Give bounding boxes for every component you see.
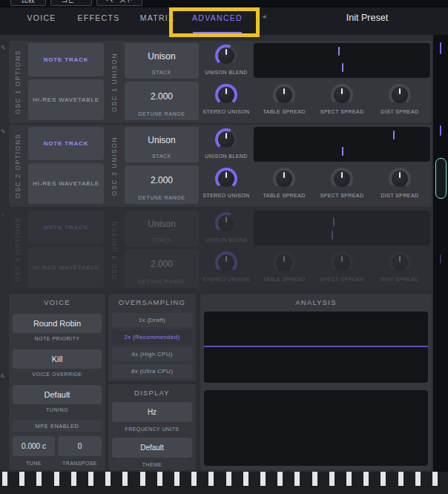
display-panel-title: DISPLAY	[108, 389, 196, 397]
tuning-label: TUNING	[9, 407, 105, 412]
copy-button[interactable]: コピー	[50, 0, 92, 6]
osc1-advanced-row: OSC 1 OPTIONS NOTE TRACK HI-RES WAVETABL…	[9, 41, 432, 123]
stereo-unison-knob[interactable]	[215, 84, 237, 106]
oversampling-panel-title: OVERSAMPLING	[108, 298, 196, 306]
stack-label: STACK	[152, 70, 171, 75]
mpe-enabled-toggle[interactable]: MPE ENABLED	[13, 420, 102, 432]
osc3-stack-selector[interactable]: Unison STACK	[125, 211, 199, 246]
paste-button[interactable]: ペースト	[96, 0, 142, 6]
osc3-advanced-row: OSC 3 OPTIONS NOTE TRACK HI-RES WAVETABL…	[9, 208, 432, 291]
voice-override-label: VOICE OVERRIDE	[9, 372, 105, 377]
right-minimap-rail	[433, 35, 448, 472]
spect-spread-knob[interactable]	[331, 168, 353, 190]
left-rail-clipped-text: IL	[1, 373, 5, 378]
osc1-hires-wavetable-button[interactable]: HI-RES WAVETABLE	[28, 79, 104, 120]
edit-icon[interactable]: ✎	[1, 45, 6, 51]
osc2-stack-selector[interactable]: Unison STACK	[125, 127, 199, 162]
osc2-note-track-button[interactable]: NOTE TRACK	[28, 127, 104, 160]
stereo-unison-label: STEREO UNISON	[197, 193, 256, 198]
osc1-options-label: OSC 1 OPTIONS	[10, 41, 25, 123]
detune-label: DETUNE RANGE	[139, 111, 185, 116]
table-spread-label: TABLE SPREAD	[254, 193, 314, 198]
osc2-detune-range-field[interactable]: 2.000 DETUNE RANGE	[125, 165, 199, 204]
tuning-selector[interactable]: Default	[13, 385, 102, 404]
edit-icon[interactable]: ✎	[1, 128, 6, 135]
frequency-units-label: FREQUENCY UNITS	[112, 427, 192, 432]
voice-panel-title: VOICE	[9, 298, 105, 306]
spectrum-display	[204, 390, 428, 466]
oversampling-option-8x[interactable]: 8x (Ultra CPU)	[112, 364, 192, 378]
preset-name[interactable]: Init Preset	[312, 10, 423, 25]
table-spread-label: TABLE SPREAD	[254, 109, 314, 114]
detune-value: 2.000	[151, 259, 173, 269]
minimap-marker	[440, 125, 441, 136]
osc2-hires-wavetable-button[interactable]: HI-RES WAVETABLE	[28, 163, 104, 204]
tune-control: 0.000 c TUNE	[13, 436, 55, 466]
osc3-note-track-button[interactable]: NOTE TRACK	[28, 211, 104, 244]
piano-keys[interactable]	[2, 472, 446, 486]
unison-blend-label: UNISON BLEND	[197, 154, 256, 159]
dist-spread-knob[interactable]	[389, 84, 411, 106]
osc1-unison-voices-display	[254, 43, 430, 78]
osc3-options-label: OSC 3 OPTIONS	[10, 208, 25, 291]
minimap-selection-handle[interactable]	[435, 158, 447, 199]
osc1-stack-selector[interactable]: Unison STACK	[125, 43, 199, 79]
oscilloscope-waveform	[204, 346, 428, 347]
oversampling-option-1x[interactable]: 1x (Draft)	[112, 313, 192, 327]
dist-spread-knob[interactable]	[389, 168, 411, 190]
minimap-marker	[440, 42, 441, 54]
analysis-panel: ANALYSIS	[200, 294, 432, 470]
stereo-unison-label: STEREO UNISON	[197, 277, 256, 282]
osc1-note-track-button[interactable]: NOTE TRACK	[28, 43, 104, 76]
theme-label: THEME	[112, 462, 192, 467]
unison-blend-label: UNISON BLEND	[197, 237, 256, 243]
dist-spread-label: DIST SPREAD	[370, 193, 429, 198]
table-spread-knob[interactable]	[273, 84, 295, 106]
stack-value: Unison	[148, 51, 175, 62]
stereo-unison-knob[interactable]	[215, 251, 237, 274]
tune-value-field[interactable]: 0.000 c	[13, 436, 55, 456]
preset-prev-icon[interactable]: ◄	[261, 13, 267, 20]
osc2-options-label: OSC 2 OPTIONS	[10, 125, 25, 207]
transpose-control: 0 TRANSPOSE	[58, 436, 102, 466]
minimap-marker	[440, 254, 441, 263]
oversampling-option-4x[interactable]: 4x (High CPU)	[112, 347, 192, 361]
spect-spread-knob[interactable]	[331, 251, 353, 274]
voice-override-selector[interactable]: Kill	[13, 349, 102, 369]
unison-blend-knob[interactable]	[215, 45, 237, 67]
edit-icon[interactable]: ✎	[1, 212, 6, 219]
piano-keyboard[interactable]	[0, 472, 448, 494]
unison-blend-knob[interactable]	[215, 128, 237, 151]
spect-spread-label: SPECT SPREAD	[312, 193, 372, 198]
osc3-unison-label: OSC 3 UNISON	[107, 208, 122, 291]
note-priority-selector[interactable]: Round Robin	[13, 314, 102, 333]
osc1-detune-range-field[interactable]: 2.000 DETUNE RANGE	[125, 82, 199, 120]
oversampling-panel: OVERSAMPLING 1x (Draft) 2x (Recommended)…	[108, 294, 196, 381]
tab-effects[interactable]: EFFECTS	[76, 10, 122, 25]
oversampling-option-2x[interactable]: 2x (Recommended)	[112, 330, 192, 344]
dist-spread-knob[interactable]	[389, 251, 411, 274]
stereo-unison-knob[interactable]	[215, 168, 237, 190]
compare-button[interactable]: 比較	[10, 0, 46, 6]
frequency-units-selector[interactable]: Hz	[112, 402, 192, 422]
theme-selector[interactable]: Default	[112, 438, 192, 458]
table-spread-knob[interactable]	[273, 168, 295, 190]
unison-blend-knob[interactable]	[215, 212, 237, 234]
detune-label: DETUNE RANGE	[139, 195, 185, 200]
transpose-label: TRANSPOSE	[58, 461, 102, 466]
table-spread-knob[interactable]	[273, 251, 295, 274]
annotation-highlight-box	[169, 7, 260, 37]
spect-spread-knob[interactable]	[331, 84, 353, 106]
spect-spread-label: SPECT SPREAD	[312, 109, 372, 114]
osc3-detune-range-field[interactable]: 2.000 DETUNE RANGE	[125, 249, 199, 288]
osc2-unison-label: OSC 2 UNISON	[107, 125, 122, 207]
table-spread-label: TABLE SPREAD	[254, 277, 314, 282]
transpose-value-field[interactable]: 0	[58, 436, 102, 456]
osc3-hires-wavetable-button[interactable]: HI-RES WAVETABLE	[28, 247, 104, 288]
oscilloscope-display	[204, 312, 428, 383]
top-menu-strip: 比較 コピー ペースト	[0, 0, 448, 7]
tab-voice[interactable]: VOICE	[22, 10, 61, 25]
dist-spread-label: DIST SPREAD	[370, 109, 429, 114]
vital-advanced-screen: 比較 コピー ペースト VOICE EFFECTS MATRIX ADVANCE…	[0, 0, 448, 494]
analysis-panel-title: ANALYSIS	[200, 298, 432, 306]
